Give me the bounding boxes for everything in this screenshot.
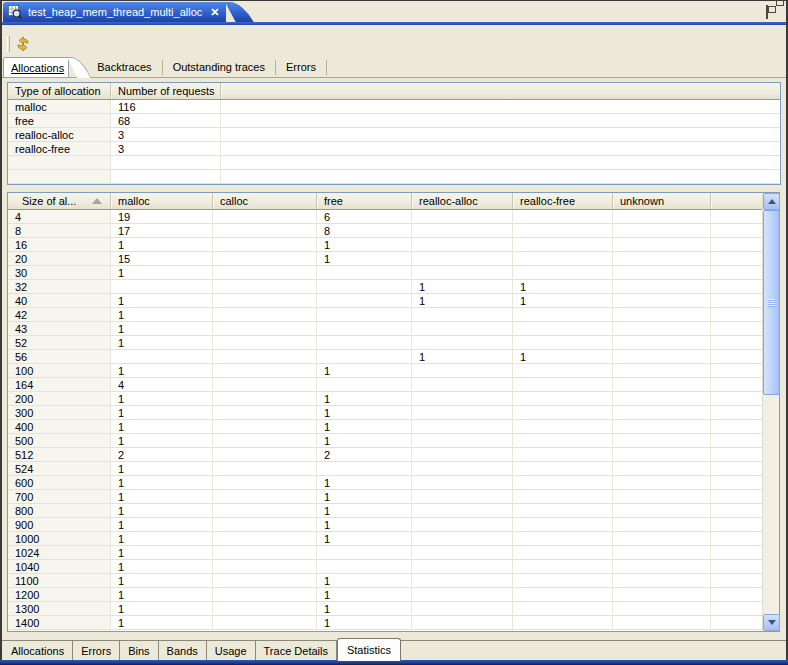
table-cell: [711, 392, 762, 406]
table-row[interactable]: 50011: [8, 434, 762, 448]
table-cell: 1: [317, 574, 412, 588]
column-header-realloc-alloc[interactable]: realloc-alloc: [412, 193, 513, 209]
table-cell: [513, 210, 613, 224]
table-cell: [613, 336, 711, 350]
table-cell: [711, 490, 762, 504]
bottom-tab-statistics[interactable]: Statistics: [337, 638, 401, 661]
bottom-tab-bins[interactable]: Bins: [120, 641, 158, 660]
table-cell: 524: [8, 462, 111, 476]
table-row[interactable]: 60011: [8, 476, 762, 490]
table-cell: [711, 420, 762, 434]
table-row[interactable]: 521: [8, 336, 762, 350]
table-row[interactable]: free68: [8, 114, 780, 128]
table-cell: 100: [8, 364, 111, 378]
table-row[interactable]: 431: [8, 322, 762, 336]
toolbar-grip[interactable]: [7, 36, 10, 52]
table-cell: [213, 560, 317, 574]
table-cell: [513, 364, 613, 378]
tab-outstanding-traces[interactable]: Outstanding traces: [163, 60, 276, 75]
close-icon[interactable]: ✕: [210, 2, 219, 22]
table-row[interactable]: 30011: [8, 406, 762, 420]
table-cell: [213, 476, 317, 490]
table-row[interactable]: 421: [8, 308, 762, 322]
table-row[interactable]: 51222: [8, 448, 762, 462]
table-row[interactable]: 20011: [8, 392, 762, 406]
table-cell: 20: [8, 252, 111, 266]
table-cell: [412, 378, 513, 392]
table-row[interactable]: 70011: [8, 490, 762, 504]
table-row[interactable]: 120011: [8, 588, 762, 602]
table-row[interactable]: realloc-alloc3: [8, 128, 780, 142]
table-cell: [317, 308, 412, 322]
column-header-free[interactable]: free: [317, 193, 412, 209]
column-header-realloc-free[interactable]: realloc-free: [513, 193, 613, 209]
column-header-unknown[interactable]: unknown: [613, 193, 711, 209]
bottom-tab-trace-details[interactable]: Trace Details: [256, 641, 337, 660]
table-cell: 68: [111, 114, 221, 128]
column-header-label: unknown: [620, 193, 664, 209]
table-row[interactable]: 90011: [8, 518, 762, 532]
tab-backtraces[interactable]: Backtraces: [87, 60, 162, 75]
table-row[interactable]: 5611: [8, 350, 762, 364]
column-header-type-of-allocation[interactable]: Type of allocation: [8, 83, 111, 99]
table-cell: 4: [8, 210, 111, 224]
table-row[interactable]: 5241: [8, 462, 762, 476]
bottom-tab-allocations[interactable]: Allocations: [3, 641, 73, 660]
table-row[interactable]: 40011: [8, 420, 762, 434]
table-cell: [317, 322, 412, 336]
table-row[interactable]: malloc116: [8, 100, 780, 114]
table-row[interactable]: 10011: [8, 364, 762, 378]
table-cell: 17: [111, 224, 213, 238]
table-cell: [711, 308, 762, 322]
table-cell: [213, 336, 317, 350]
table-row[interactable]: 130011: [8, 602, 762, 616]
table-cell: [412, 462, 513, 476]
table-row[interactable]: 100011: [8, 532, 762, 546]
table-row[interactable]: 80011: [8, 504, 762, 518]
table-cell: 1: [111, 238, 213, 252]
bottom-tab-bands[interactable]: Bands: [159, 641, 207, 660]
table-cell: 1: [111, 266, 213, 280]
table-row[interactable]: 10241: [8, 546, 762, 560]
tab-errors[interactable]: Errors: [276, 60, 327, 75]
scroll-up-button[interactable]: [763, 193, 780, 210]
refresh-button[interactable]: [14, 35, 32, 53]
table-row[interactable]: 140011: [8, 616, 762, 630]
table-cell: 116: [111, 100, 221, 114]
table-cell: [613, 308, 711, 322]
bottom-tab-errors[interactable]: Errors: [73, 641, 120, 660]
table-cell: 700: [8, 490, 111, 504]
table-cell: [613, 434, 711, 448]
toolbar: [2, 25, 786, 57]
table-cell: [213, 434, 317, 448]
table-cell: [613, 462, 711, 476]
table-row[interactable]: 10401: [8, 560, 762, 574]
table-row[interactable]: 4196: [8, 210, 762, 224]
tab-allocations[interactable]: Allocations: [3, 57, 69, 77]
table-row[interactable]: 1644: [8, 378, 762, 392]
view-tab[interactable]: test_heap_mem_thread_multi_alloc ✕: [3, 2, 226, 22]
column-header-size-of-al[interactable]: Size of al...: [8, 193, 111, 209]
table-cell: 600: [8, 476, 111, 490]
table-row[interactable]: realloc-free3: [8, 142, 780, 156]
table-row[interactable]: 110011: [8, 574, 762, 588]
table-cell: 1: [111, 588, 213, 602]
table-body: malloc116free68realloc-alloc3realloc-fre…: [8, 100, 780, 184]
table-cell: [213, 518, 317, 532]
table-cell: [221, 100, 780, 114]
scroll-thumb[interactable]: [763, 210, 780, 395]
table-cell: 164: [8, 378, 111, 392]
bottom-tab-usage[interactable]: Usage: [207, 641, 256, 660]
column-header-malloc[interactable]: malloc: [111, 193, 213, 209]
table-row[interactable]: 40111: [8, 294, 762, 308]
table-cell: [317, 280, 412, 294]
table-cell: [513, 574, 613, 588]
table-row[interactable]: 3211: [8, 280, 762, 294]
column-header-calloc[interactable]: calloc: [213, 193, 317, 209]
table-row[interactable]: 301: [8, 266, 762, 280]
table-row[interactable]: 20151: [8, 252, 762, 266]
table-row[interactable]: 1611: [8, 238, 762, 252]
table-row[interactable]: 8178: [8, 224, 762, 238]
scroll-down-button[interactable]: [763, 614, 780, 631]
column-header-number-of-requests[interactable]: Number of requests: [111, 83, 221, 99]
